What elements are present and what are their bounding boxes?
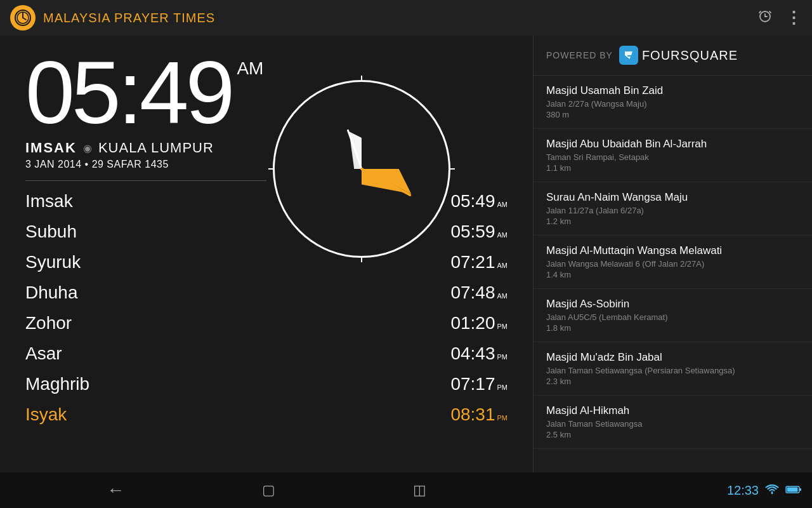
prayer-name: Maghrib [25, 374, 89, 394]
compass-circle [273, 80, 450, 258]
mosque-list-item[interactable]: Masjid Usamah Bin Zaid Jalan 2/27a (Wang… [534, 76, 812, 129]
app-bar: MALAYSIA PRAYER TIMES ⋮ [0, 0, 812, 36]
mosque-address: Jalan Taman Setiawangsa [546, 419, 799, 429]
compass-tick-left [268, 168, 275, 170]
app-logo [10, 5, 36, 30]
recent-apps-button[interactable]: ◫ [413, 482, 426, 498]
prayer-name: Zohor [25, 313, 72, 333]
prayer-time: 05:59 [450, 222, 495, 242]
mosque-name: Masjid As-Sobirin [546, 298, 799, 311]
prayer-row: Zohor 01:20 PM [25, 313, 508, 333]
prayer-time-wrap: 05:49 AM [450, 191, 508, 211]
prayer-time-wrap: 05:59 AM [450, 222, 508, 242]
mosque-name: Surau An-Naim Wangsa Maju [546, 191, 799, 204]
status-time: 12:33 [727, 483, 759, 498]
prayer-time-wrap: 07:48 AM [450, 283, 508, 303]
current-location: KUALA LUMPUR [98, 140, 214, 156]
prayer-period: PM [497, 323, 508, 330]
prayer-name: Imsak [25, 191, 73, 211]
mosque-address: Jalan Taman Setiawangsa (Persiaran Setia… [546, 366, 799, 375]
prayer-time: 04:43 [450, 344, 495, 364]
toolbar-icons: ⋮ [757, 8, 802, 27]
prayer-time-wrap: 01:20 PM [450, 313, 508, 333]
prayer-time: 08:31 [450, 404, 495, 425]
foursquare-logo: FOURSQUARE [619, 46, 738, 65]
mosque-distance: 380 m [546, 110, 799, 119]
hijri-date: 29 SAFAR 1435 [92, 159, 169, 170]
mosque-list[interactable]: Masjid Usamah Bin Zaid Jalan 2/27a (Wang… [534, 76, 812, 508]
wifi-icon [765, 483, 779, 498]
prayer-name: Subuh [25, 222, 77, 242]
battery-icon [785, 483, 802, 498]
prayer-row: Isyak 08:31 PM [25, 404, 508, 425]
mosque-list-item[interactable]: Masjid As-Sobirin Jalan AU5C/5 (Lembah K… [534, 289, 812, 342]
mosque-name: Masjid Usamah Bin Zaid [546, 84, 799, 97]
time-main: 05:49 [25, 48, 232, 137]
mosque-distance: 1.1 km [546, 163, 799, 173]
foursquare-name: FOURSQUARE [642, 48, 738, 63]
prayer-time: 05:49 [450, 191, 495, 211]
foursquare-header: POWERED BY FOURSQUARE [534, 36, 812, 76]
left-panel: 05:49 AM IMSAK ◉ KUALA LUMPUR 3 JAN 2014… [0, 36, 533, 508]
mosque-distance: 1.8 km [546, 323, 799, 333]
mosque-list-item[interactable]: Surau An-Naim Wangsa Maju Jalan 11/27a (… [534, 182, 812, 236]
prayer-period: AM [497, 201, 508, 208]
prayer-name: Syuruk [25, 252, 81, 272]
prayer-name: Dhuha [25, 283, 78, 303]
alarm-icon[interactable] [757, 8, 773, 27]
prayer-period: AM [497, 292, 508, 300]
prayer-time: 07:17 [450, 374, 495, 394]
time-colon: : [118, 43, 140, 142]
location-dot-icon: ◉ [83, 142, 92, 154]
compass-tick-right [449, 168, 455, 170]
right-panel: POWERED BY FOURSQUARE Masjid Usamah Bin … [533, 36, 812, 508]
date-separator: • [85, 159, 89, 170]
time-ampm: AM [237, 60, 263, 77]
prayer-period: PM [497, 414, 508, 422]
prayer-row: Dhuha 07:48 AM [25, 283, 508, 303]
prayer-time-wrap: 08:31 PM [450, 404, 508, 425]
bottom-nav: ← ▢ ◫ [0, 472, 533, 508]
compass-needle [275, 82, 449, 256]
prayer-time-wrap: 04:43 PM [450, 344, 508, 364]
prayer-time-wrap: 07:21 AM [450, 252, 508, 272]
prayer-row: Maghrib 07:17 PM [25, 374, 508, 394]
divider [25, 180, 266, 181]
mosque-distance: 2.5 km [546, 430, 799, 439]
mosque-address: Jalan 11/27a (Jalan 6/27a) [546, 206, 799, 215]
mosque-list-item[interactable]: Masjid Mu'adz Bin Jabal Jalan Taman Seti… [534, 342, 812, 396]
mosque-name: Masjid Al-Hikmah [546, 404, 799, 417]
time-minutes: 49 [140, 43, 232, 142]
mosque-list-item[interactable]: Masjid Al-Muttaqin Wangsa Melawati Jalan… [534, 236, 812, 289]
compass-section [266, 74, 457, 264]
gregorian-date: 3 JAN 2014 [25, 159, 82, 170]
mosque-address: Taman Sri Rampai, Setapak [546, 152, 799, 162]
mosque-name: Masjid Mu'adz Bin Jabal [546, 351, 799, 364]
mosque-address: Jalan Wangsa Melawati 6 (Off Jalan 2/27A… [546, 259, 799, 269]
mosque-distance: 1.4 km [546, 270, 799, 279]
main-content: 05:49 AM IMSAK ◉ KUALA LUMPUR 3 JAN 2014… [0, 36, 812, 508]
prayer-row: Asar 04:43 PM [25, 344, 508, 364]
mosque-name: Masjid Al-Muttaqin Wangsa Melawati [546, 244, 799, 257]
mosque-address: Jalan AU5C/5 (Lembah Keramat) [546, 312, 799, 322]
mosque-distance: 1.2 km [546, 217, 799, 226]
foursquare-icon [619, 46, 638, 65]
status-bar: 12:33 [533, 472, 812, 508]
prayer-name: Asar [25, 344, 62, 364]
mosque-distance: 2.3 km [546, 377, 799, 386]
home-button[interactable]: ▢ [262, 482, 275, 498]
prayer-name: Isyak [25, 404, 67, 425]
mosque-address: Jalan 2/27a (Wangsa Maju) [546, 99, 799, 109]
current-prayer-name: IMSAK [25, 140, 77, 156]
app-title: MALAYSIA PRAYER TIMES [43, 11, 757, 25]
back-button[interactable]: ← [107, 480, 124, 500]
mosque-list-item[interactable]: Masjid Al-Hikmah Jalan Taman Setiawangsa… [534, 396, 812, 449]
prayer-period: AM [497, 231, 508, 239]
mosque-name: Masjid Abu Ubaidah Bin Al-Jarrah [546, 138, 799, 150]
mosque-list-item[interactable]: Masjid Abu Ubaidah Bin Al-Jarrah Taman S… [534, 129, 812, 182]
prayer-time: 01:20 [450, 313, 495, 333]
prayer-time: 07:21 [450, 252, 495, 272]
prayer-period: PM [497, 353, 508, 361]
overflow-menu-icon[interactable]: ⋮ [785, 14, 802, 22]
prayer-time: 07:48 [450, 283, 495, 303]
